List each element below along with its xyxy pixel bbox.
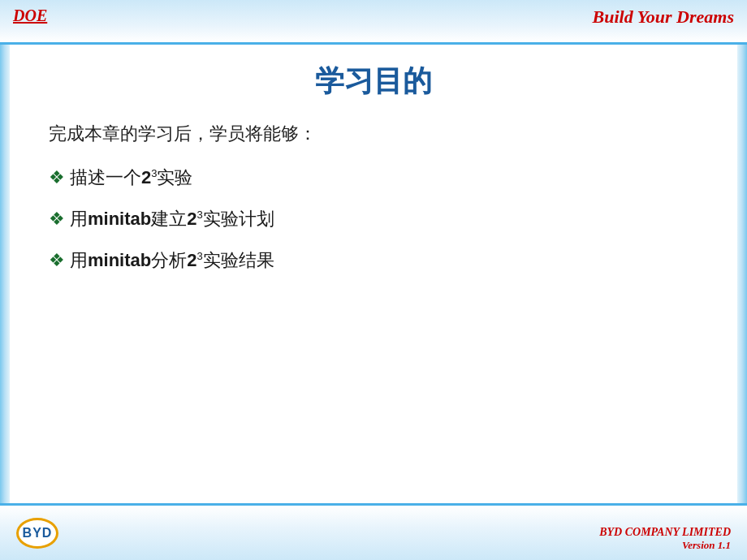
doe-label: DOE xyxy=(13,6,47,25)
tagline: Build Your Dreams xyxy=(593,6,734,28)
bullet-item-2: ❖ 用minitab建立23实验计划 xyxy=(49,207,698,232)
bullet-diamond-3: ❖ xyxy=(49,248,65,274)
bullet-list: ❖ 描述一个23实验 ❖ 用minitab建立23实验计划 ❖ 用minitab… xyxy=(49,166,698,273)
content-area: 完成本章的学习后，学员将能够： ❖ 描述一个23实验 ❖ 用minitab建立2… xyxy=(49,122,698,495)
byd-logo: BYD xyxy=(16,518,58,549)
bullet-text-3: 用minitab分析23实验结果 xyxy=(70,248,274,274)
bullet-diamond-1: ❖ xyxy=(49,166,65,191)
company-name: BYD COMPANY LIMITED xyxy=(599,526,731,539)
slide: DOE Build Your Dreams 学习目的 完成本章的学习后，学员将能… xyxy=(0,0,747,560)
bullet-text-2: 用minitab建立23实验计划 xyxy=(70,207,274,232)
bullet-diamond-2: ❖ xyxy=(49,207,65,232)
page-title: 学习目的 xyxy=(0,47,747,101)
bullet-item-1: ❖ 描述一个23实验 xyxy=(49,166,698,191)
bullet-text-1: 描述一个23实验 xyxy=(70,166,192,191)
company-info: BYD COMPANY LIMITED Version 1.1 xyxy=(599,526,731,552)
intro-text: 完成本章的学习后，学员将能够： xyxy=(49,122,698,146)
version-text: Version 1.1 xyxy=(599,539,731,552)
left-bar xyxy=(0,45,10,503)
byd-logo-text: BYD xyxy=(23,526,53,541)
byd-logo-circle: BYD xyxy=(16,518,58,549)
right-bar xyxy=(737,45,747,503)
bullet-item-3: ❖ 用minitab分析23实验结果 xyxy=(49,248,698,274)
